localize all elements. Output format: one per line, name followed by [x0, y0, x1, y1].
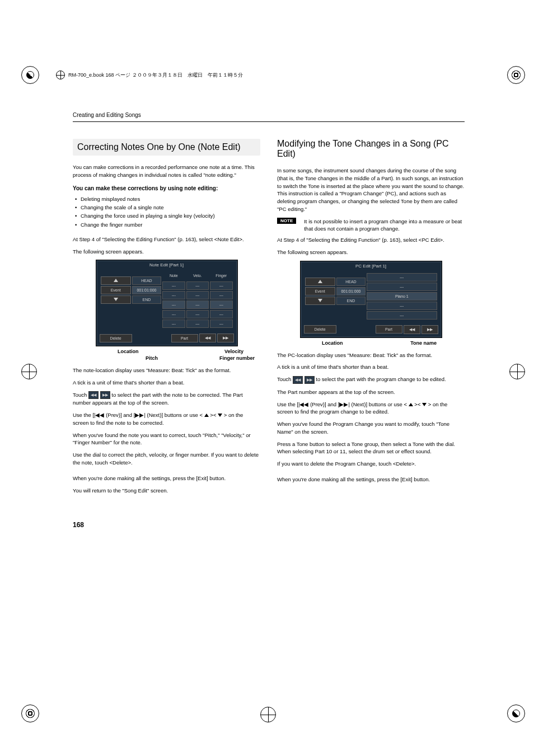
rewind-icon[interactable]: ◀◀ — [404, 325, 420, 334]
screen-cell[interactable]: END — [132, 295, 161, 304]
forward-icon[interactable]: ▶▶ — [217, 334, 234, 342]
prev-icon: |◀◀ — [298, 401, 308, 407]
col-header: Note — [162, 272, 185, 279]
note-badge: NOTE — [277, 218, 296, 224]
registration-mark-icon — [507, 705, 525, 722]
body-text: At Step 4 of "Selecting the Editing Func… — [73, 236, 260, 243]
section-title-note-edit: Correcting Notes One by One (Note Edit) — [73, 139, 260, 156]
up-arrow-icon[interactable] — [101, 276, 131, 285]
list-item: Changing the force used in playing a sin… — [81, 212, 260, 220]
running-header: Creating and Editing Songs — [73, 112, 465, 118]
body-text: The following screen appears. — [277, 248, 465, 256]
list-item: Change the finger number — [81, 220, 260, 229]
body-text: The note-location display uses "Measure:… — [73, 367, 260, 374]
screen-cell[interactable]: --- — [162, 291, 185, 299]
screen-cell[interactable]: --- — [210, 300, 232, 309]
screen-cell[interactable]: --- — [186, 320, 209, 328]
callout-label: Finger number — [219, 355, 255, 361]
event-button[interactable]: Event — [101, 286, 131, 294]
next-icon: ▶▶| — [135, 412, 145, 418]
screen-cell[interactable]: 001:01:000 — [336, 287, 366, 295]
body-text: The PC-location display uses "Measure: B… — [277, 351, 465, 359]
screen-cell[interactable]: --- — [162, 310, 185, 318]
body-text: A tick is a unit of time that's shorter … — [73, 379, 260, 387]
callout-label: Location — [322, 340, 343, 346]
screen-cell[interactable]: --- — [186, 291, 209, 299]
screen-cell[interactable]: HEAD — [336, 278, 366, 286]
list-item: Changing the scale of a single note — [81, 203, 260, 212]
delete-button[interactable]: Delete — [304, 325, 336, 334]
body-text: The Part number appears at the top of th… — [277, 388, 465, 396]
screen-cell[interactable]: --- — [367, 302, 437, 310]
screen-cell[interactable]: HEAD — [132, 276, 161, 285]
up-arrow-icon[interactable] — [305, 278, 335, 286]
screen-cell[interactable]: --- — [210, 281, 232, 290]
section-title-pc-edit: Modifying the Tone Changes in a Song (PC… — [277, 139, 465, 159]
col-header: Velo. — [186, 272, 209, 279]
registration-mark-icon — [509, 364, 525, 379]
body-text: If you want to delete the Program Change… — [277, 460, 465, 468]
body-text: When you've found the Program Change you… — [277, 420, 465, 436]
screen-cell[interactable]: --- — [162, 281, 185, 290]
down-arrow-icon — [422, 403, 427, 406]
print-header: RM-700_e.book 168 ページ ２００９年３月１８日 水曜日 午前１… — [56, 71, 243, 79]
body-text: A tick is a unit of time that's shorter … — [277, 363, 465, 371]
col-header: Finger — [210, 272, 232, 279]
body-text: Use the dial to correct the pitch, veloc… — [73, 451, 260, 467]
screen-cell[interactable]: 001:01:000 — [132, 286, 161, 294]
callout-label: Velocity — [224, 349, 243, 354]
screen-cell[interactable]: --- — [162, 320, 185, 328]
part-button[interactable]: Part — [171, 334, 198, 342]
body-text: Use the [|◀◀ (Prev)] and [▶▶| (Next)] bu… — [277, 401, 465, 416]
rewind-icon: ◀◀ — [293, 376, 303, 384]
sub-heading: You can make these corrections by using … — [73, 185, 260, 193]
body-text: You will return to the "Song Edit" scree… — [73, 487, 260, 495]
part-button[interactable]: Part — [376, 325, 402, 334]
screen-cell[interactable]: --- — [186, 300, 209, 309]
down-arrow-icon — [218, 414, 222, 417]
delete-button[interactable]: Delete — [100, 334, 132, 342]
rewind-icon: ◀◀ — [88, 391, 99, 399]
screen-cell[interactable]: --- — [367, 273, 437, 281]
registration-mark-icon — [21, 66, 39, 84]
registration-mark-icon — [21, 364, 37, 379]
registration-mark-icon — [260, 707, 276, 722]
screen-cell[interactable]: --- — [186, 281, 209, 290]
screen-cell[interactable]: --- — [162, 300, 185, 309]
screen-cell[interactable]: Piano 1 — [367, 292, 437, 300]
event-button[interactable]: Event — [305, 287, 335, 295]
screen-cell[interactable]: --- — [367, 311, 437, 320]
body-text: You can make corrections in a recorded p… — [73, 163, 260, 179]
body-text: Use the [|◀◀ (Prev)] and [▶▶| (Next)] bu… — [73, 411, 260, 427]
callout-label: Pitch — [146, 355, 158, 361]
screen-cell[interactable]: --- — [210, 291, 232, 299]
registration-mark-icon — [21, 705, 39, 722]
body-text: The following screen appears. — [73, 248, 260, 256]
bullet-list: Deleting misplayed notes Changing the sc… — [73, 195, 260, 229]
page-number: 168 — [73, 521, 465, 529]
screen-cell[interactable]: --- — [367, 283, 437, 291]
screen-cell[interactable]: --- — [210, 310, 232, 318]
down-arrow-icon[interactable] — [101, 295, 131, 304]
print-header-text: RM-700_e.book 168 ページ ２００９年３月１８日 水曜日 午前１… — [68, 72, 243, 79]
body-text: At Step 4 of "Selecting the Editing Func… — [277, 236, 465, 244]
body-text: Touch ◀◀ ▶▶ to select the part with the … — [277, 375, 465, 384]
next-icon: ▶▶| — [339, 401, 349, 407]
note-edit-screenshot: Note Edit [Part 1] HEAD Event001:01:000 … — [96, 260, 238, 346]
screen-title: Note Edit [Part 1] — [97, 261, 236, 269]
forward-icon[interactable]: ▶▶ — [421, 325, 438, 334]
screen-title: PC Edit [Part 1] — [302, 262, 441, 270]
body-text: In some songs, the instrument sound chan… — [277, 167, 465, 213]
forward-icon: ▶▶ — [305, 376, 315, 384]
body-text: When you're done making all the settings… — [73, 475, 260, 482]
screen-cell[interactable]: --- — [210, 320, 232, 328]
forward-icon: ▶▶ — [100, 391, 110, 399]
pc-edit-screenshot: PC Edit [Part 1] HEAD Event001:01:000 EN… — [300, 261, 442, 338]
up-arrow-icon — [204, 414, 209, 417]
rewind-icon[interactable]: ◀◀ — [199, 334, 216, 342]
screen-cell[interactable]: --- — [186, 310, 209, 318]
down-arrow-icon[interactable] — [305, 297, 335, 305]
body-text: Press a Tone button to select a Tone gro… — [277, 440, 465, 456]
screen-cell[interactable]: END — [336, 297, 366, 305]
body-text: When you've found the note you want to c… — [73, 431, 260, 447]
